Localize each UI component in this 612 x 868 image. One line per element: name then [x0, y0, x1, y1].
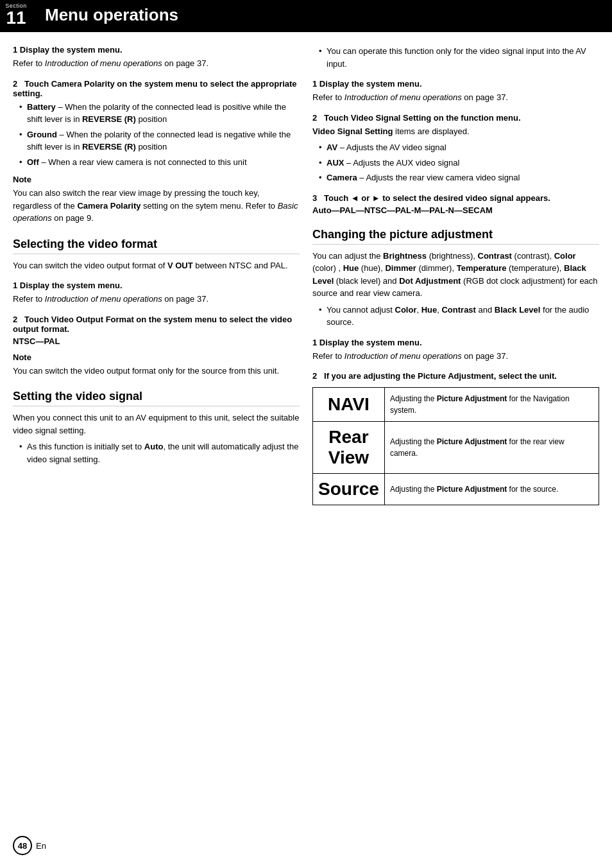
list-item: You can operate this function only for t…	[319, 45, 599, 70]
table-row: Source Adjusting the Picture Adjustment …	[313, 474, 599, 505]
step-3c-heading: 3 Touch ◄ or ► to select the desired vid…	[312, 193, 599, 203]
step-1a-text: Refer to Introduction of menu operations…	[13, 57, 300, 70]
step-2b-heading: 2 Touch Video Output Format on the syste…	[13, 315, 300, 334]
header-title-area: Menu operations	[32, 0, 612, 30]
list-item: As this function is initially set to Aut…	[19, 440, 300, 465]
page-number: 48	[13, 836, 32, 855]
vss-bullet-list: AV – Adjusts the AV video signal AUX – A…	[312, 141, 599, 184]
step-1c-text: Refer to Introduction of menu operations…	[312, 91, 599, 104]
step-1b-text: Refer to Introduction of menu operations…	[13, 293, 300, 306]
right-column: You can operate this function only for t…	[312, 45, 599, 505]
section-number: 11	[6, 9, 26, 27]
operate-bullet-list: You can operate this function only for t…	[312, 45, 599, 70]
picture-intro: You can adjust the Brightness (brightnes…	[312, 250, 599, 300]
table-desc-rear: Adjusting the Picture Adjustment for the…	[384, 422, 599, 474]
left-column: 1 Display the system menu. Refer to Intr…	[13, 45, 300, 505]
note-1-text: You can also switch the rear view image …	[13, 187, 300, 225]
list-item: You cannot adjust Color, Hue, Contrast a…	[319, 304, 599, 329]
content-area: 1 Display the system menu. Refer to Intr…	[0, 39, 612, 518]
page-wrapper: Section 11 Menu operations 1 Display the…	[0, 0, 612, 868]
list-item: Camera – Adjusts the rear view camera vi…	[319, 171, 599, 184]
picture-bullet-list: You cannot adjust Color, Hue, Contrast a…	[312, 304, 599, 329]
step-1d-heading: 1 Display the system menu.	[312, 338, 599, 347]
section-video-format: Selecting the video format	[13, 238, 300, 254]
section-box: Section 11	[0, 0, 32, 30]
step-2d-heading: 2 If you are adjusting the Picture Adjus…	[312, 371, 599, 381]
step-2c-intro: Video Signal Setting items are displayed…	[312, 125, 599, 138]
ntsc-pal-sequence: NTSC—PAL	[13, 336, 300, 346]
step-1c-heading: 1 Display the system menu.	[312, 79, 599, 89]
signal-bullet-list: As this function is initially set to Aut…	[13, 440, 300, 465]
table-label-source: Source	[313, 474, 385, 505]
table-row: NAVI Adjusting the Picture Adjustment fo…	[313, 388, 599, 422]
table-label-rear: RearView	[313, 422, 385, 474]
list-item: AV – Adjusts the AV video signal	[319, 141, 599, 154]
page-title: Menu operations	[45, 5, 178, 25]
step-1d-text: Refer to Introduction of menu operations…	[312, 350, 599, 363]
note-2-title: Note	[13, 352, 300, 362]
section-video-signal: Setting the video signal	[13, 390, 300, 406]
table-row: RearView Adjusting the Picture Adjustmen…	[313, 422, 599, 474]
step-1a-heading: 1 Display the system menu.	[13, 45, 300, 55]
video-signal-intro: When you connect this unit to an AV equi…	[13, 412, 300, 437]
table-desc-navi: Adjusting the Picture Adjustment for the…	[384, 388, 599, 422]
note-2: Note You can switch the video output for…	[13, 352, 300, 378]
page-header: Section 11 Menu operations	[0, 0, 612, 32]
table-label-navi: NAVI	[313, 388, 385, 422]
section-picture: Changing the picture adjustment	[312, 228, 599, 245]
camera-bullet-list: Battery – When the polarity of the conne…	[13, 101, 300, 169]
step-2c-heading: 2 Touch Video Signal Setting on the func…	[312, 113, 599, 123]
video-signal-sequence: Auto—PAL—NTSC—PAL-M—PAL-N—SECAM	[312, 205, 599, 215]
list-item: Battery – When the polarity of the conne…	[19, 101, 300, 126]
step-1b-heading: 1 Display the system menu.	[13, 281, 300, 290]
video-format-intro: You can switch the video output format o…	[13, 259, 300, 272]
note-1: Note You can also switch the rear view i…	[13, 175, 300, 225]
note-1-title: Note	[13, 175, 300, 184]
step-2a-heading: 2 Touch Camera Polarity on the system me…	[13, 79, 300, 98]
list-item: Off – When a rear view camera is not con…	[19, 156, 300, 169]
picture-table: NAVI Adjusting the Picture Adjustment fo…	[312, 387, 599, 505]
list-item: Ground – When the polarity of the connec…	[19, 128, 300, 153]
list-item: AUX – Adjusts the AUX video signal	[319, 157, 599, 169]
page-footer: 48 En	[13, 836, 46, 855]
table-desc-source: Adjusting the Picture Adjustment for the…	[384, 474, 599, 505]
note-2-text: You can switch the video output format o…	[13, 365, 300, 378]
footer-lang: En	[36, 841, 46, 851]
